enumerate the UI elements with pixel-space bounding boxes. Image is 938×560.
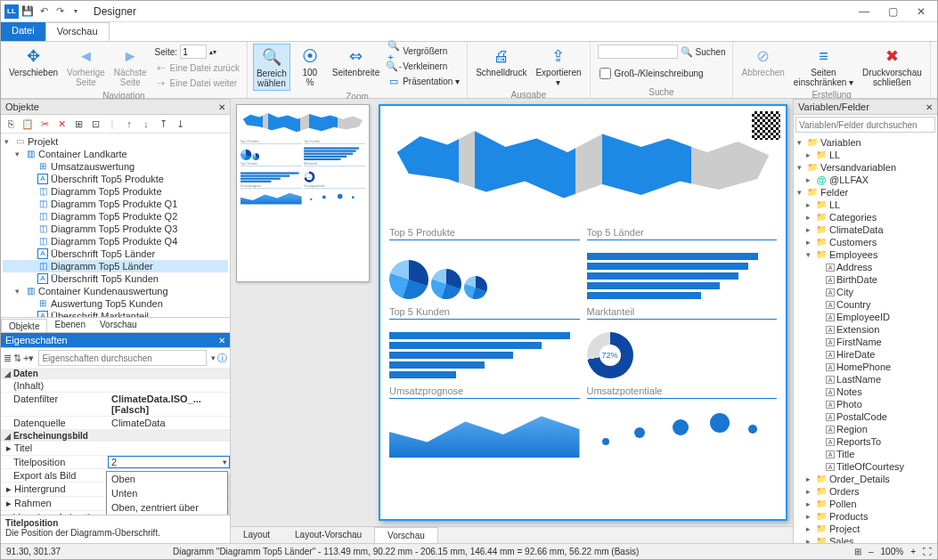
- titleposition-row[interactable]: Titelposition 2▾ Oben Unten Oben, zentri…: [1, 456, 230, 469]
- tree-field[interactable]: ATitleOfCourtesy: [795, 460, 935, 473]
- fit-icon[interactable]: ⛶: [923, 547, 932, 556]
- cancel-button[interactable]: ⊘Abbrechen: [738, 44, 787, 79]
- qat-dropdown-icon[interactable]: ▾: [69, 4, 83, 19]
- file-tab[interactable]: Datei: [1, 22, 45, 41]
- export-button[interactable]: ⇪Exportieren ▾: [533, 44, 583, 89]
- expand-icon[interactable]: +▾: [23, 353, 34, 364]
- move-button[interactable]: ✥Verschieben: [6, 44, 61, 79]
- cut-icon[interactable]: ✂: [37, 117, 52, 131]
- tree-field[interactable]: AFirstName: [795, 336, 935, 348]
- maximize-button[interactable]: ▢: [880, 5, 905, 18]
- page-input[interactable]: [180, 45, 207, 59]
- zoom-100-button[interactable]: ⦿100 %: [294, 44, 326, 89]
- tree-field[interactable]: AReportsTo: [795, 435, 935, 448]
- search-field[interactable]: 🔍Suchen: [596, 44, 728, 60]
- tree-field[interactable]: AHireDate: [795, 348, 935, 361]
- tree-variables-root[interactable]: ▾📁Variablen: [795, 136, 935, 149]
- tree-item[interactable]: ◫Diagramm Top5 Produkte Q2: [3, 210, 228, 223]
- back-icon[interactable]: ⤓: [173, 117, 187, 131]
- tree-item[interactable]: ◫Diagramm Top5 Produkte: [3, 185, 228, 198]
- tree-item[interactable]: ◫Diagramm Top5 Produkte Q3: [3, 223, 228, 235]
- tree-fields-root[interactable]: ▾📁Felder: [795, 186, 935, 199]
- status-icon[interactable]: –: [869, 547, 874, 556]
- redo-icon[interactable]: ↷: [53, 4, 67, 19]
- dropdown-icon[interactable]: ▾: [211, 353, 216, 362]
- quickprint-button[interactable]: 🖨Schnelldruck: [473, 44, 529, 79]
- down-icon[interactable]: ↓: [139, 117, 153, 131]
- properties-search[interactable]: [38, 350, 207, 366]
- tree-item[interactable]: ▸📁Order_Details: [795, 473, 935, 485]
- status-zoom[interactable]: 100%: [881, 547, 904, 556]
- tree-employees[interactable]: ▾📁Employees: [795, 248, 935, 261]
- tree-container-1[interactable]: ▾▥Container Landkarte: [3, 148, 228, 160]
- limit-pages-button[interactable]: ≡Seiten einschränken ▾: [791, 44, 856, 89]
- tool-a-icon[interactable]: ⊞: [71, 117, 86, 131]
- tree-item[interactable]: ⊞Auswertung Top5 Kunden: [3, 297, 228, 310]
- next-page-button[interactable]: ►Nächste Seite: [111, 44, 150, 89]
- prev-page-button[interactable]: ◄Vorherige Seite: [64, 44, 108, 89]
- tree-item[interactable]: ▸📁ClimateData: [795, 223, 935, 236]
- dropdown-option[interactable]: Oben, zentriert über Grafik: [107, 500, 227, 515]
- tree-item[interactable]: ◫Diagramm Top5 Produkte Q4: [3, 235, 228, 248]
- delete-icon[interactable]: ✕: [54, 117, 69, 131]
- tab-layers[interactable]: Ebenen: [47, 318, 92, 332]
- tree-container-2[interactable]: ▾▥Container Kundenauswertung: [3, 285, 228, 297]
- tab-objects[interactable]: Objekte: [1, 319, 47, 332]
- variables-tree[interactable]: ▾📁Variablen ▸📁LL ▾📁Versandvariablen ▸@@L…: [794, 134, 937, 543]
- tree-item[interactable]: ▸📁LL: [795, 199, 935, 211]
- tree-item[interactable]: ▸📁Orders: [795, 485, 935, 498]
- tab-layout[interactable]: Layout: [231, 527, 282, 543]
- tree-field[interactable]: APostalCode: [795, 410, 935, 423]
- save-icon[interactable]: 💾: [20, 4, 35, 19]
- zoom-in-button[interactable]: 🔍+Vergrößern: [386, 44, 461, 58]
- main-preview[interactable]: Top 5 Produkte Top 5 Länder Top 5 Kunden…: [379, 104, 787, 521]
- tree-field[interactable]: ANotes: [795, 386, 935, 398]
- tool-b-icon[interactable]: ⊡: [88, 117, 102, 131]
- tab-preview-mode[interactable]: Vorschau: [374, 527, 438, 543]
- tree-field[interactable]: AHomePhone: [795, 361, 935, 373]
- page-width-button[interactable]: ⇔Seitenbreite: [330, 44, 382, 79]
- tree-item[interactable]: ▸📁Sales: [795, 535, 935, 543]
- tree-item[interactable]: ▸📁Categories: [795, 211, 935, 223]
- tree-item[interactable]: ▸📁LL: [795, 149, 935, 161]
- tree-item[interactable]: Überschrift Top5 Länder: [3, 248, 228, 260]
- presentation-button[interactable]: ▭Präsentation ▾: [386, 74, 461, 88]
- undo-icon[interactable]: ↶: [37, 4, 51, 19]
- tree-item[interactable]: ⊞Umsatzauswertung: [3, 160, 228, 173]
- status-icon[interactable]: ⊞: [854, 547, 861, 556]
- paste-icon[interactable]: 📋: [20, 117, 35, 131]
- tree-field[interactable]: ALastName: [795, 373, 935, 386]
- minimize-button[interactable]: —: [852, 5, 877, 18]
- tree-item[interactable]: ◫Diagramm Top5 Produkte Q1: [3, 198, 228, 210]
- tree-item[interactable]: Überschrift Top5 Produkte: [3, 173, 228, 185]
- up-icon[interactable]: ↑: [122, 117, 136, 131]
- zoom-out-button[interactable]: 🔍-Verkleinern: [386, 59, 461, 73]
- property-grid[interactable]: ◢Daten (Inhalt) DatenfilterClimateData.I…: [1, 368, 230, 515]
- tree-item[interactable]: Überschrift Top5 Kunden: [3, 272, 228, 285]
- tree-item[interactable]: ▸📁Customers: [795, 236, 935, 248]
- objects-tree[interactable]: ▾▭Projekt ▾▥Container Landkarte ⊞Umsatza…: [1, 134, 230, 317]
- close-preview-button[interactable]: ✖Druckvorschau schließen: [860, 44, 925, 89]
- tree-field[interactable]: APhoto: [795, 398, 935, 410]
- file-back-button[interactable]: ⇠Eine Datei zurück: [153, 61, 241, 75]
- tree-field[interactable]: AExtension: [795, 323, 935, 336]
- tree-field[interactable]: ACity: [795, 286, 935, 298]
- tab-preview[interactable]: Vorschau: [93, 318, 144, 332]
- front-icon[interactable]: ⤒: [156, 117, 170, 131]
- copy-icon[interactable]: ⎘: [4, 117, 18, 131]
- tree-field[interactable]: AAddress: [795, 261, 935, 273]
- tree-send-vars[interactable]: ▾📁Versandvariablen: [795, 161, 935, 174]
- tree-field[interactable]: ABirthDate: [795, 273, 935, 286]
- tree-field[interactable]: ACountry: [795, 298, 935, 311]
- dropdown-option[interactable]: Oben: [107, 472, 227, 486]
- tree-project[interactable]: ▾▭Projekt: [3, 135, 228, 148]
- area-select-button[interactable]: 🔍Bereich wählen: [253, 44, 290, 91]
- tree-item[interactable]: ◫Diagramm Top5 Länder: [3, 260, 228, 272]
- titleposition-dropdown[interactable]: Oben Unten Oben, zentriert über Grafik U…: [106, 471, 228, 515]
- tree-field[interactable]: AEmployeeID: [795, 311, 935, 323]
- tree-field[interactable]: ATitle: [795, 448, 935, 460]
- file-fwd-button[interactable]: ⇢Eine Datei weiter: [153, 76, 241, 90]
- dropdown-option[interactable]: Unten: [107, 486, 227, 500]
- case-checkbox[interactable]: Groß-/Kleinschreibung: [596, 61, 728, 86]
- sort-icon[interactable]: ≣: [4, 353, 12, 364]
